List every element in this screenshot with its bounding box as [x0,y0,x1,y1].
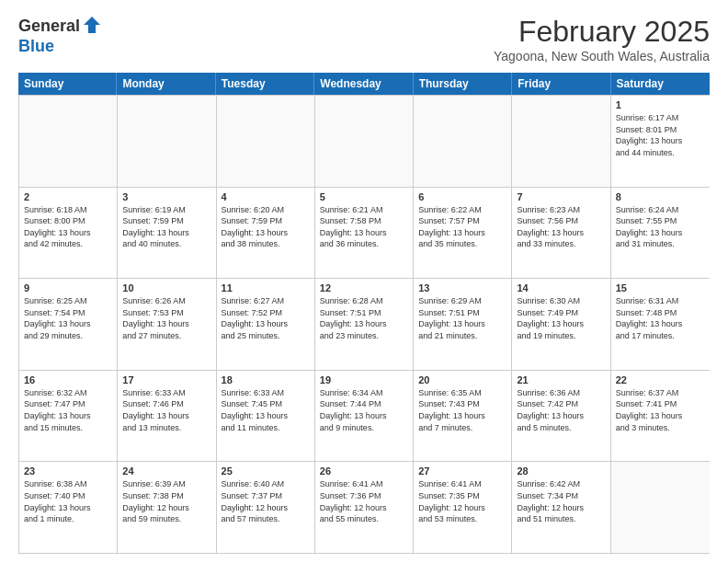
day-cell-19: 19Sunrise: 6:34 AM Sunset: 7:44 PM Dayli… [315,371,414,462]
day-number: 4 [222,191,310,202]
day-cell-4: 4Sunrise: 6:20 AM Sunset: 7:59 PM Daylig… [217,188,315,279]
day-cell-20: 20Sunrise: 6:35 AM Sunset: 7:43 PM Dayli… [414,371,512,462]
day-info: Sunrise: 6:36 AM Sunset: 7:42 PM Dayligh… [517,387,605,433]
day-cell-1: 1Sunrise: 6:17 AM Sunset: 8:01 PM Daylig… [611,96,710,187]
title-block: February 2025 Yagoona, New South Wales, … [494,15,710,63]
day-number: 25 [222,465,310,477]
day-info: Sunrise: 6:35 AM Sunset: 7:43 PM Dayligh… [418,387,506,433]
day-number: 10 [122,282,210,293]
day-cell-15: 15Sunrise: 6:31 AM Sunset: 7:48 PM Dayli… [611,279,710,370]
day-number: 14 [517,282,605,293]
empty-cell [217,96,315,187]
day-cell-21: 21Sunrise: 6:36 AM Sunset: 7:42 PM Dayli… [512,371,610,462]
weekday-header-wednesday: Wednesday [314,73,413,95]
day-number: 17 [122,374,210,385]
calendar-row-2: 2Sunrise: 6:18 AM Sunset: 8:00 PM Daylig… [19,187,710,279]
day-cell-10: 10Sunrise: 6:26 AM Sunset: 7:53 PM Dayli… [118,279,216,370]
day-number: 19 [320,374,408,385]
day-info: Sunrise: 6:19 AM Sunset: 7:59 PM Dayligh… [122,204,210,250]
day-number: 5 [320,191,408,202]
day-info: Sunrise: 6:40 AM Sunset: 7:37 PM Dayligh… [222,478,310,524]
logo-icon [82,15,102,35]
day-cell-6: 6Sunrise: 6:22 AM Sunset: 7:57 PM Daylig… [414,188,512,279]
day-info: Sunrise: 6:26 AM Sunset: 7:53 PM Dayligh… [122,295,210,341]
day-cell-16: 16Sunrise: 6:32 AM Sunset: 7:47 PM Dayli… [19,371,118,462]
day-cell-9: 9Sunrise: 6:25 AM Sunset: 7:54 PM Daylig… [19,279,118,370]
day-info: Sunrise: 6:21 AM Sunset: 7:58 PM Dayligh… [320,204,408,250]
day-number: 22 [616,374,705,385]
day-info: Sunrise: 6:22 AM Sunset: 7:57 PM Dayligh… [418,204,506,250]
logo-blue-text: Blue [18,37,54,55]
day-info: Sunrise: 6:41 AM Sunset: 7:35 PM Dayligh… [418,478,506,524]
weekday-header-thursday: Thursday [414,73,512,95]
day-cell-2: 2Sunrise: 6:18 AM Sunset: 8:00 PM Daylig… [19,188,118,279]
day-number: 23 [24,465,112,477]
day-number: 11 [222,282,310,293]
day-info: Sunrise: 6:30 AM Sunset: 7:49 PM Dayligh… [517,295,605,341]
day-info: Sunrise: 6:17 AM Sunset: 8:01 PM Dayligh… [616,112,705,158]
day-number: 21 [517,374,605,385]
day-cell-17: 17Sunrise: 6:33 AM Sunset: 7:46 PM Dayli… [118,371,216,462]
logo: General Blue [18,15,102,56]
weekday-header-monday: Monday [117,73,215,95]
logo-general-text: General [18,17,80,36]
calendar-row-4: 16Sunrise: 6:32 AM Sunset: 7:47 PM Dayli… [19,370,710,462]
day-cell-13: 13Sunrise: 6:29 AM Sunset: 7:51 PM Dayli… [414,279,512,370]
empty-cell [512,96,610,187]
day-number: 18 [222,374,310,385]
weekday-header-tuesday: Tuesday [216,73,314,95]
day-info: Sunrise: 6:20 AM Sunset: 7:59 PM Dayligh… [222,204,310,250]
day-number: 9 [24,282,112,293]
calendar-row-5: 23Sunrise: 6:38 AM Sunset: 7:40 PM Dayli… [19,461,710,553]
location: Yagoona, New South Wales, Australia [494,49,710,63]
day-info: Sunrise: 6:24 AM Sunset: 7:55 PM Dayligh… [616,204,705,250]
page: General Blue February 2025 Yagoona, New … [0,0,728,563]
day-info: Sunrise: 6:32 AM Sunset: 7:47 PM Dayligh… [24,387,112,433]
day-cell-7: 7Sunrise: 6:23 AM Sunset: 7:56 PM Daylig… [512,188,610,279]
day-cell-25: 25Sunrise: 6:40 AM Sunset: 7:37 PM Dayli… [217,462,315,553]
day-number: 26 [320,465,408,477]
day-info: Sunrise: 6:33 AM Sunset: 7:46 PM Dayligh… [122,387,210,433]
day-cell-18: 18Sunrise: 6:33 AM Sunset: 7:45 PM Dayli… [217,371,315,462]
weekday-header-sunday: Sunday [18,73,117,95]
day-number: 3 [122,191,210,202]
calendar-row-1: 1Sunrise: 6:17 AM Sunset: 8:01 PM Daylig… [19,95,710,187]
day-number: 13 [418,282,506,293]
day-cell-22: 22Sunrise: 6:37 AM Sunset: 7:41 PM Dayli… [611,371,710,462]
header: General Blue February 2025 Yagoona, New … [18,15,710,63]
empty-cell [611,462,710,553]
day-number: 28 [517,465,605,477]
day-cell-12: 12Sunrise: 6:28 AM Sunset: 7:51 PM Dayli… [315,279,414,370]
month-year: February 2025 [494,15,710,49]
day-info: Sunrise: 6:41 AM Sunset: 7:36 PM Dayligh… [320,478,408,524]
day-info: Sunrise: 6:31 AM Sunset: 7:48 PM Dayligh… [616,295,705,341]
day-cell-5: 5Sunrise: 6:21 AM Sunset: 7:58 PM Daylig… [315,188,414,279]
day-cell-11: 11Sunrise: 6:27 AM Sunset: 7:52 PM Dayli… [217,279,315,370]
day-info: Sunrise: 6:38 AM Sunset: 7:40 PM Dayligh… [24,478,112,524]
day-cell-27: 27Sunrise: 6:41 AM Sunset: 7:35 PM Dayli… [414,462,512,553]
empty-cell [19,96,118,187]
day-cell-26: 26Sunrise: 6:41 AM Sunset: 7:36 PM Dayli… [315,462,414,553]
day-info: Sunrise: 6:29 AM Sunset: 7:51 PM Dayligh… [418,295,506,341]
svg-marker-0 [84,17,100,33]
day-cell-24: 24Sunrise: 6:39 AM Sunset: 7:38 PM Dayli… [118,462,216,553]
day-number: 20 [418,374,506,385]
day-number: 6 [418,191,506,202]
day-number: 2 [24,191,112,202]
day-info: Sunrise: 6:37 AM Sunset: 7:41 PM Dayligh… [616,387,705,433]
day-info: Sunrise: 6:27 AM Sunset: 7:52 PM Dayligh… [222,295,310,341]
day-cell-23: 23Sunrise: 6:38 AM Sunset: 7:40 PM Dayli… [19,462,118,553]
day-number: 8 [616,191,705,202]
day-info: Sunrise: 6:33 AM Sunset: 7:45 PM Dayligh… [222,387,310,433]
calendar-row-3: 9Sunrise: 6:25 AM Sunset: 7:54 PM Daylig… [19,278,710,370]
day-info: Sunrise: 6:25 AM Sunset: 7:54 PM Dayligh… [24,295,112,341]
calendar-body: 1Sunrise: 6:17 AM Sunset: 8:01 PM Daylig… [18,95,710,554]
day-number: 12 [320,282,408,293]
day-number: 16 [24,374,112,385]
day-info: Sunrise: 6:39 AM Sunset: 7:38 PM Dayligh… [122,478,210,524]
empty-cell [315,96,414,187]
day-number: 7 [517,191,605,202]
day-info: Sunrise: 6:18 AM Sunset: 8:00 PM Dayligh… [24,204,112,250]
day-cell-3: 3Sunrise: 6:19 AM Sunset: 7:59 PM Daylig… [118,188,216,279]
day-cell-8: 8Sunrise: 6:24 AM Sunset: 7:55 PM Daylig… [611,188,710,279]
